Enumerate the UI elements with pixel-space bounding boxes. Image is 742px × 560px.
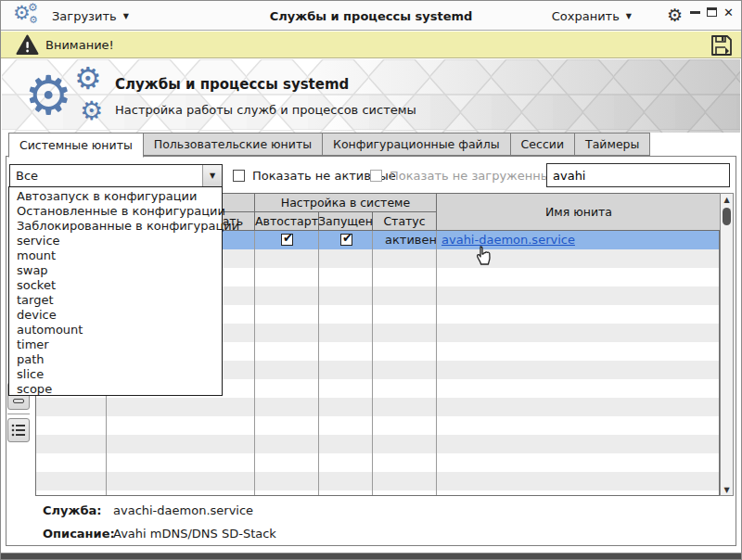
service-label: Служба: bbox=[43, 503, 102, 517]
warning-triangle-icon bbox=[16, 34, 39, 56]
app-logo-gears: ⚙⚙⚙ bbox=[24, 63, 117, 130]
window-controls: ✕ bbox=[690, 7, 734, 18]
header-running: Запущен bbox=[319, 212, 373, 231]
warning-text: Внимание! bbox=[45, 38, 114, 52]
combo-option[interactable]: Автозапуск в конфигурации bbox=[9, 189, 222, 204]
chevron-down-icon: ▼ bbox=[210, 172, 215, 180]
warning-bar: Внимание! bbox=[1, 32, 741, 58]
list-icon bbox=[8, 419, 29, 441]
tab-sessions[interactable]: Сессии bbox=[511, 133, 575, 156]
close-button[interactable]: ✕ bbox=[723, 7, 734, 18]
description-value: Avahi mDNS/DNS SD-Stack bbox=[113, 527, 276, 541]
page-subtitle: Настройка работы служб и процессов систе… bbox=[115, 103, 416, 117]
unit-filter-combobox[interactable]: Все ▼ bbox=[9, 164, 223, 187]
description-label: Описание: bbox=[43, 527, 115, 541]
header-status: Статус bbox=[373, 212, 437, 231]
show-unloaded-label: Показать не загруженные bbox=[390, 169, 557, 183]
combo-option[interactable]: scope bbox=[9, 382, 222, 397]
combobox-popup: Автозапуск в конфигурации Остановленные … bbox=[8, 186, 223, 396]
tab-timers[interactable]: Таймеры bbox=[575, 133, 650, 156]
combo-option[interactable]: Заблокированные в конфигурации bbox=[9, 219, 222, 234]
tab-system-units[interactable]: Системные юниты bbox=[8, 133, 144, 158]
titlebar: ⚙⚙⚙ Загрузить ▼ Службы и процессы system… bbox=[1, 1, 741, 31]
status-value: активен bbox=[385, 233, 437, 247]
column-divider bbox=[318, 231, 319, 495]
unit-name-link[interactable]: avahi-daemon.service bbox=[441, 233, 575, 247]
combo-option[interactable]: automount bbox=[9, 323, 222, 337]
combo-option[interactable]: service bbox=[9, 234, 222, 248]
header-unit-name: Имя юнита bbox=[437, 194, 721, 231]
maximize-button[interactable] bbox=[707, 7, 717, 17]
service-value: avachi-daemon.service bbox=[113, 503, 253, 517]
settings-gear-icon[interactable]: ⚙ bbox=[667, 6, 683, 25]
tab-user-units[interactable]: Пользовательские юниты bbox=[144, 133, 323, 156]
toolbar-separator bbox=[7, 414, 30, 414]
combo-option[interactable]: device bbox=[9, 308, 222, 323]
column-divider bbox=[372, 231, 373, 495]
combo-option[interactable]: socket bbox=[9, 278, 222, 293]
column-divider bbox=[254, 231, 255, 495]
header-group-system-config: Настройка в системе bbox=[255, 194, 437, 212]
combo-option[interactable]: Остановленные в конфигурации bbox=[9, 204, 222, 219]
running-checkbox-checked[interactable] bbox=[340, 234, 352, 246]
combobox-dropdown-button[interactable]: ▼ bbox=[202, 165, 222, 186]
unit-search-input[interactable] bbox=[546, 163, 730, 187]
scrollbar-thumb[interactable] bbox=[723, 208, 731, 225]
side-list-button[interactable] bbox=[7, 418, 30, 442]
combo-option[interactable]: timer bbox=[9, 337, 222, 352]
show-unloaded-checkbox-disabled: Показать не загруженные bbox=[370, 169, 557, 183]
minimize-button[interactable] bbox=[690, 11, 700, 14]
save-file-icon[interactable] bbox=[710, 33, 734, 57]
checkbox-box[interactable] bbox=[233, 170, 245, 182]
scroll-down-button[interactable]: ▼ bbox=[721, 484, 733, 495]
tab-bar: Системные юниты Пользовательские юниты К… bbox=[8, 133, 650, 158]
save-menu-button[interactable]: Сохранить ▼ bbox=[552, 1, 632, 31]
header-banner: ⚙⚙⚙ Службы и процессы systemd Настройка … bbox=[2, 59, 740, 133]
chevron-down-icon: ▼ bbox=[626, 12, 632, 20]
autostart-checkbox-checked[interactable] bbox=[281, 234, 293, 246]
header-autostart: Автостарт bbox=[255, 212, 319, 231]
app-window: ⚙⚙⚙ Загрузить ▼ Службы и процессы system… bbox=[0, 0, 742, 560]
checkbox-box bbox=[370, 170, 382, 182]
hand-cursor-icon bbox=[474, 246, 494, 268]
combobox-selected-value: Все bbox=[16, 169, 38, 183]
column-divider bbox=[436, 231, 437, 495]
combo-option[interactable]: path bbox=[9, 352, 222, 367]
combo-option[interactable]: swap bbox=[9, 263, 222, 278]
scroll-up-button[interactable]: ▲ bbox=[721, 194, 733, 205]
combo-option[interactable]: mount bbox=[9, 248, 222, 263]
vertical-scrollbar[interactable]: ▲ ▼ bbox=[720, 193, 734, 496]
page-title: Службы и процессы systemd bbox=[115, 76, 349, 93]
tool-icon bbox=[13, 399, 24, 403]
window-bottom-edge bbox=[1, 553, 741, 559]
combo-option[interactable]: target bbox=[9, 293, 222, 308]
tab-page-system-units: Все ▼ Показать не активные Показать не з… bbox=[6, 156, 736, 546]
save-menu-label: Сохранить bbox=[552, 9, 620, 23]
tab-config-files[interactable]: Конфигурационные файлы bbox=[323, 133, 511, 156]
combo-option[interactable]: slice bbox=[9, 367, 222, 382]
